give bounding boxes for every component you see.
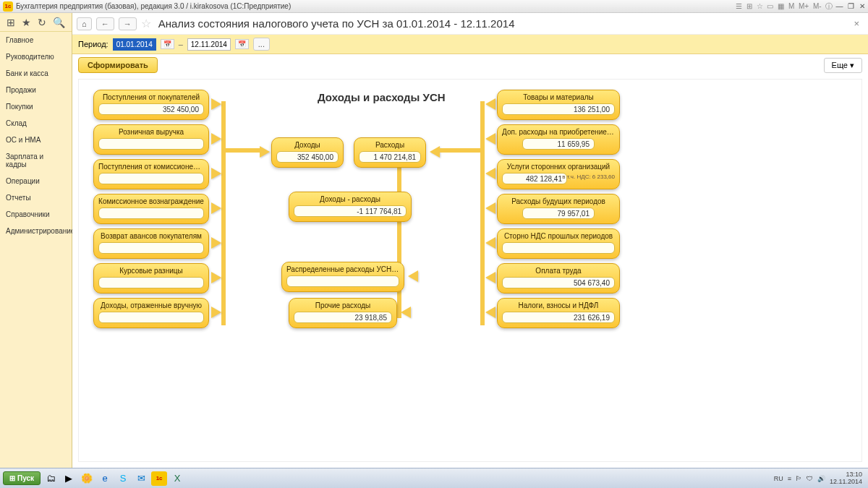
grid-icon[interactable]: ⊞ [7,17,15,28]
diagram-block[interactable]: Курсовые разницы [93,263,209,294]
titlebar-icon[interactable]: ▭ [767,2,773,10]
diagram-block[interactable]: Услуги сторонних организаций 482 128,41 … [497,159,620,189]
sidebar-item[interactable]: Зарплата и кадры [0,148,72,173]
taskbar-app-icon[interactable]: ▶ [61,471,77,486]
sidebar-item[interactable]: Операции [0,173,72,189]
diagram-block[interactable]: Комиссионное вознаграждение [93,194,209,224]
sidebar-item[interactable]: Склад [0,115,72,132]
block-label: Прочие расходы [294,301,392,309]
diagram-block[interactable]: Товары и материалы 136 251,00 [497,90,620,120]
diagram-block-expense[interactable]: Расходы 1 470 214,81 [354,137,426,168]
titlebar-icon[interactable]: M+ [799,2,809,10]
date-from-input[interactable]: 01.01.2014 [113,38,156,51]
calendar-icon[interactable]: 📅 [161,39,174,49]
block-label: Возврат авансов покупателям [98,232,204,240]
generate-button[interactable]: Сформировать [78,57,158,73]
diagram-block[interactable]: Сторно НДС прошлых периодов [497,228,620,259]
diagram-block-diff[interactable]: Доходы - расходы -1 117 764,81 [289,192,412,222]
taskbar-app-icon[interactable]: 1c [151,471,167,486]
calendar-icon[interactable]: 📅 [235,39,249,49]
period-picker-button[interactable]: ... [253,38,270,51]
diagram-block[interactable]: Возврат авансов покупателям [93,228,209,259]
diagram-block-distributed[interactable]: Распределенные расходы УСН / ЕНВД [281,262,404,292]
arrow-left-icon [401,307,411,318]
diagram-block[interactable]: Оплата труда 504 673,40 [497,263,620,294]
forward-button[interactable]: → [119,17,137,30]
sidebar-item[interactable]: ОС и НМА [0,132,72,148]
arrow-right-icon [211,98,221,110]
diagram-block-income[interactable]: Доходы 352 450,00 [271,137,344,168]
date-to-input[interactable]: 12.11.2014 [187,38,231,51]
titlebar-icon[interactable]: ☰ [736,2,742,10]
titlebar-icon[interactable]: M- [813,2,822,10]
block-value [98,207,204,219]
taskbar-clock[interactable]: 13:10 12.11.2014 [830,471,862,486]
connector-line [439,148,482,153]
diagram-block[interactable]: Расходы будущих периодов 79 957,01 [497,194,620,224]
taskbar-app-icon[interactable]: ✉ [133,471,149,486]
taskbar-app-icon[interactable]: e [97,471,113,486]
taskbar-app-icon[interactable]: S [115,471,131,486]
page-toolbar: ⌂ ← → ☆ Анализ состояния налогового учет… [72,13,868,35]
sidebar-item[interactable]: Главное [0,32,72,48]
diagram-block[interactable]: Доп. расходы на приобретение ТМЦ 11 659,… [497,124,620,155]
taskbar-app-icon[interactable]: 🗂 [43,471,59,486]
home-button[interactable]: ⌂ [77,17,92,30]
sidebar-item[interactable]: Покупки [0,98,72,115]
block-label: Поступления от покупателей [98,93,204,101]
block-label: Поступления от комиссионеров [98,163,204,171]
arrow-right-icon [211,272,221,283]
diagram-block[interactable]: Поступления от покупателей 352 450,00 [93,90,209,120]
sidebar-item[interactable]: Отчеты [0,189,72,206]
favorite-icon[interactable]: ☆ [141,17,151,30]
block-label: Расходы будущих периодов [502,197,615,205]
block-label: Доп. расходы на приобретение ТМЦ [502,128,615,136]
maximize-button[interactable]: ❐ [848,2,854,10]
language-indicator[interactable]: RU [774,475,783,482]
connector-line [221,101,226,325]
search-icon[interactable]: 🔍 [53,17,65,28]
tray-icon[interactable]: ≡ [788,475,791,482]
sidebar-item[interactable]: Банк и касса [0,65,72,82]
arrow-right-icon [211,307,221,318]
history-icon[interactable]: ↻ [38,17,46,28]
nav-sidebar: ⊞ ★ ↻ 🔍 Главное Руководителю Банк и касс… [0,13,72,468]
titlebar-icon[interactable]: ▦ [778,2,784,10]
titlebar-icon[interactable]: ☆ [757,2,763,10]
diagram-block[interactable]: Налоги, взносы и НДФЛ 231 626,19 [497,298,620,328]
block-label: Доходы [276,141,339,149]
start-button[interactable]: ⊞ Пуск [3,471,41,485]
sidebar-item[interactable]: Руководителю [0,48,72,65]
star-icon[interactable]: ★ [22,17,31,28]
block-label: Сторно НДС прошлых периодов [502,232,615,240]
block-value: 79 957,01 [522,207,595,219]
block-label: Услуги сторонних организаций [502,163,615,171]
arrow-right-icon [211,133,221,145]
sidebar-item[interactable]: Администрирование [0,223,72,239]
tray-flag-icon[interactable]: 🏳 [796,475,802,482]
diagram-block-other[interactable]: Прочие расходы 23 918,85 [289,298,397,328]
back-button[interactable]: ← [96,17,114,30]
sidebar-item[interactable]: Справочники [0,206,72,223]
close-tab-button[interactable]: × [849,18,864,29]
titlebar-icon[interactable]: ⊞ [746,2,752,10]
taskbar-app-icon[interactable]: X [169,471,185,486]
titlebar-icon[interactable]: M [788,2,794,10]
arrow-left-icon [485,237,495,249]
close-button[interactable]: ✕ [859,2,865,10]
block-value [502,242,615,254]
titlebar-quick-icons: ☰ ⊞ ☆ ▭ ▦ M M+ M- ⓘ [733,1,833,12]
block-note: в т.ч. НДС: 6 233,60 [562,174,615,181]
tray-volume-icon[interactable]: 🔊 [817,475,825,482]
more-button[interactable]: Еще ▾ [824,58,862,73]
diagram-block[interactable]: Поступления от комиссионеров [93,159,209,189]
titlebar-icon[interactable]: ⓘ [825,2,833,10]
taskbar-app-icon[interactable]: 🌼 [79,471,95,486]
minimize-button[interactable]: — [835,2,843,10]
diagram-block[interactable]: Доходы, отраженные вручную [93,298,209,328]
sidebar-item[interactable]: Продажи [0,82,72,98]
diagram-title: Доходы и расходы УСН [318,91,446,103]
diagram-block[interactable]: Розничная выручка [93,124,209,155]
arrow-right-icon [211,168,221,179]
tray-icon[interactable]: 🛡 [807,475,813,482]
